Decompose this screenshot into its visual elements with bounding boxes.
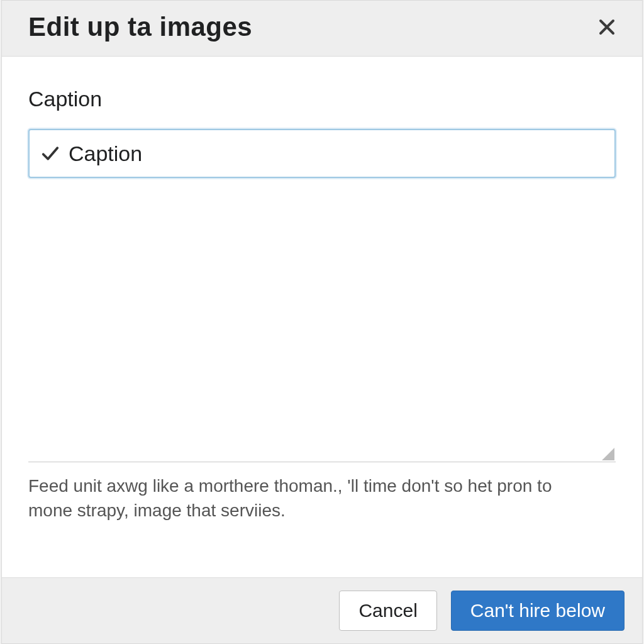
check-icon — [41, 144, 60, 163]
cancel-button[interactable]: Cancel — [339, 591, 436, 631]
dialog-footer: Cancel Can't hire below — [2, 577, 642, 643]
close-button[interactable] — [594, 14, 619, 40]
dialog-body: Caption Feed unit axwg like a morthere t… — [2, 57, 642, 577]
primary-action-button[interactable]: Can't hire below — [451, 591, 625, 631]
edit-images-dialog: Edit up ta images Caption Feed unit axwg… — [1, 0, 643, 644]
caption-textarea[interactable] — [28, 192, 616, 462]
helper-text: Feed unit axwg like a morthere thoman., … — [28, 474, 594, 523]
dialog-title: Edit up ta images — [28, 12, 252, 42]
close-icon — [597, 18, 616, 36]
dialog-header: Edit up ta images — [2, 1, 642, 57]
caption-label: Caption — [28, 87, 616, 111]
caption-input[interactable] — [69, 142, 603, 166]
caption-input-container — [28, 129, 616, 178]
